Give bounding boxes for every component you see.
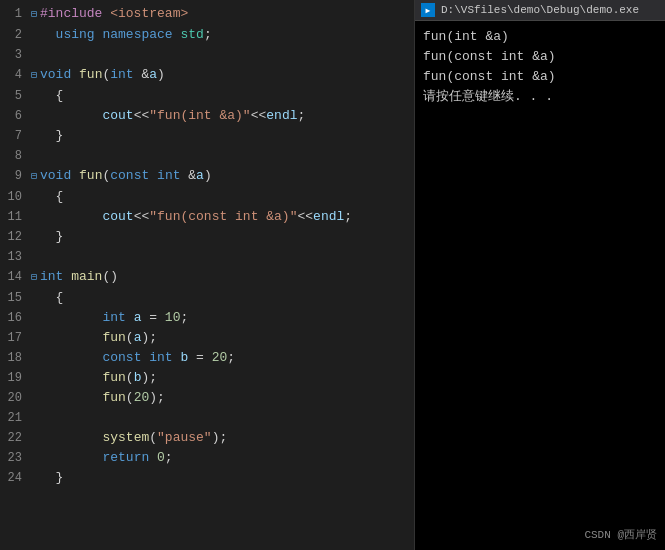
line-number: 8 [0,146,28,166]
line-number: 16 [0,308,28,328]
code-line: 24 } [0,468,414,488]
line-number: 22 [0,428,28,448]
code-line: 8 [0,146,414,166]
line-number: 6 [0,106,28,126]
console-output: fun(int &a)fun(const int &a)fun(const in… [415,21,665,550]
code-line: 16 int a = 10; [0,308,414,328]
console-titlebar: ▶ D:\VSfiles\demo\Debug\demo.exe [415,0,665,21]
console-title: D:\VSfiles\demo\Debug\demo.exe [441,4,639,16]
code-content: void fun(int &a) [40,65,414,85]
fold-indicator[interactable]: ⊟ [28,167,40,187]
code-content: system("pause"); [40,428,414,448]
code-line: 9⊟void fun(const int &a) [0,166,414,187]
code-line: 13 [0,247,414,267]
line-number: 9 [0,166,28,186]
code-line: 18 const int b = 20; [0,348,414,368]
code-content: #include <iostream> [40,4,414,24]
code-line: 17 fun(a); [0,328,414,348]
code-line: 14⊟int main() [0,267,414,288]
code-content: { [40,86,414,106]
line-number: 14 [0,267,28,287]
line-number: 19 [0,368,28,388]
line-number: 11 [0,207,28,227]
code-content: int main() [40,267,414,287]
code-content: int a = 10; [40,308,414,328]
code-line: 21 [0,408,414,428]
watermark: CSDN @西岸贤 [584,527,657,542]
code-line: 20 fun(20); [0,388,414,408]
code-line: 5 { [0,86,414,106]
line-number: 20 [0,388,28,408]
code-line: 19 fun(b); [0,368,414,388]
code-content: } [40,468,414,488]
fold-indicator[interactable]: ⊟ [28,268,40,288]
line-number: 17 [0,328,28,348]
console-icon: ▶ [421,3,435,17]
console-line: 请按任意键继续. . . [423,87,657,107]
console-line: fun(int &a) [423,27,657,47]
fold-indicator[interactable]: ⊟ [28,5,40,25]
line-number: 7 [0,126,28,146]
code-line: 23 return 0; [0,448,414,468]
code-line: 10 { [0,187,414,207]
line-number: 10 [0,187,28,207]
code-content: fun(a); [40,328,414,348]
line-number: 4 [0,65,28,85]
code-editor-panel[interactable]: 1⊟#include <iostream>2 using namespace s… [0,0,415,550]
code-line: 11 cout<<"fun(const int &a)"<<endl; [0,207,414,227]
console-line: fun(const int &a) [423,67,657,87]
code-content: cout<<"fun(int &a)"<<endl; [40,106,414,126]
code-content: void fun(const int &a) [40,166,414,186]
line-number: 12 [0,227,28,247]
line-number: 23 [0,448,28,468]
code-line: 6 cout<<"fun(int &a)"<<endl; [0,106,414,126]
main-container: 1⊟#include <iostream>2 using namespace s… [0,0,665,550]
code-content: const int b = 20; [40,348,414,368]
code-content: using namespace std; [40,25,414,45]
code-line: 3 [0,45,414,65]
line-number: 18 [0,348,28,368]
code-content: } [40,126,414,146]
code-content: fun(b); [40,368,414,388]
fold-indicator[interactable]: ⊟ [28,66,40,86]
code-line: 15 { [0,288,414,308]
line-number: 2 [0,25,28,45]
code-content: fun(20); [40,388,414,408]
code-content: { [40,187,414,207]
code-content: { [40,288,414,308]
code-line: 2 using namespace std; [0,25,414,45]
code-line: 12 } [0,227,414,247]
line-number: 21 [0,408,28,428]
console-panel: ▶ D:\VSfiles\demo\Debug\demo.exe fun(int… [415,0,665,550]
line-number: 24 [0,468,28,488]
code-line: 22 system("pause"); [0,428,414,448]
code-content: } [40,227,414,247]
code-line: 4⊟void fun(int &a) [0,65,414,86]
line-number: 15 [0,288,28,308]
code-line: 1⊟#include <iostream> [0,4,414,25]
line-number: 13 [0,247,28,267]
code-content: cout<<"fun(const int &a)"<<endl; [40,207,414,227]
line-number: 1 [0,4,28,24]
line-number: 3 [0,45,28,65]
code-line: 7 } [0,126,414,146]
code-content: return 0; [40,448,414,468]
line-number: 5 [0,86,28,106]
console-line: fun(const int &a) [423,47,657,67]
